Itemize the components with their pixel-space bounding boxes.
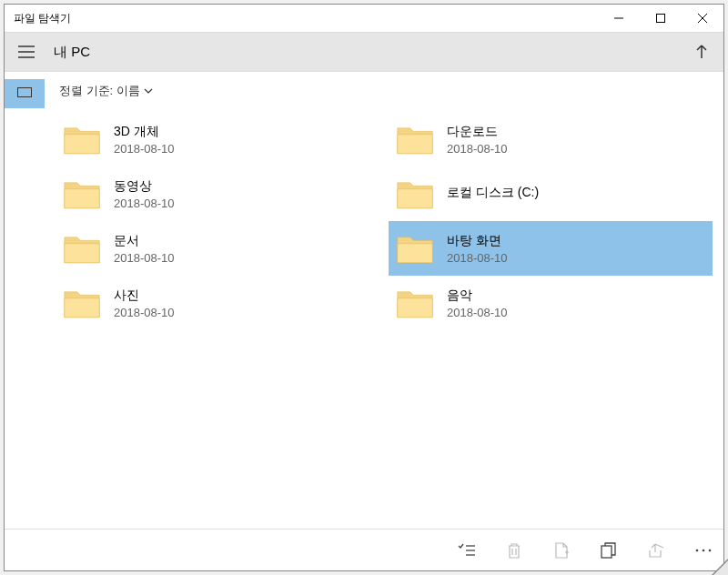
folder-icon <box>396 284 434 322</box>
side-strip <box>5 72 45 529</box>
folder-info: 음악 2018-08-10 <box>447 288 508 319</box>
copy-button[interactable] <box>598 540 620 561</box>
svg-point-14 <box>709 549 712 551</box>
folder-icon <box>396 229 434 267</box>
side-item-thispc[interactable] <box>5 79 45 108</box>
folder-info: 로컬 디스크 (C:) <box>447 185 539 203</box>
folder-grid: 3D 개체 2018-08-10 다운로드 2018-08-10 동영상 201… <box>56 112 713 330</box>
main-area: 정렬 기준: 이름 3D 개체 2018-08-10 다운로드 2018-08-… <box>5 72 723 529</box>
folder-name: 동영상 <box>114 178 175 195</box>
folder-item[interactable]: 음악 2018-08-10 <box>389 276 713 330</box>
folder-date: 2018-08-10 <box>114 306 175 319</box>
folder-icon <box>63 284 101 322</box>
checklist-icon <box>458 543 476 558</box>
svg-rect-11 <box>602 546 612 558</box>
copy-icon <box>601 542 617 559</box>
sort-selector[interactable]: 정렬 기준: 이름 <box>56 83 713 99</box>
folder-name: 다운로드 <box>447 124 508 140</box>
up-button[interactable] <box>680 32 723 72</box>
folder-date: 2018-08-10 <box>114 142 175 156</box>
folder-name: 사진 <box>114 288 175 304</box>
trash-icon <box>507 542 521 559</box>
folder-date: 2018-08-10 <box>447 251 508 265</box>
share-button[interactable] <box>645 540 667 561</box>
content-pane: 정렬 기준: 이름 3D 개체 2018-08-10 다운로드 2018-08-… <box>45 72 723 529</box>
bottom-toolbar <box>5 529 723 570</box>
folder-icon <box>396 175 434 213</box>
folder-name: 바탕 화면 <box>447 233 508 249</box>
new-folder-button[interactable] <box>551 540 572 561</box>
folder-item[interactable]: 바탕 화면 2018-08-10 <box>389 221 713 276</box>
folder-info: 바탕 화면 2018-08-10 <box>447 233 508 265</box>
more-button[interactable] <box>693 540 714 561</box>
folder-date: 2018-08-10 <box>447 306 508 319</box>
up-arrow-icon <box>695 45 708 59</box>
location-bar: 내 PC <box>5 32 723 72</box>
chevron-down-icon <box>144 88 153 94</box>
folder-name: 로컬 디스크 (C:) <box>447 185 539 201</box>
page-curl <box>712 559 728 575</box>
window-controls <box>598 5 723 32</box>
folder-info: 3D 개체 2018-08-10 <box>114 124 175 156</box>
svg-rect-1 <box>657 15 665 23</box>
sort-label-prefix: 정렬 기준: <box>59 83 113 99</box>
titlebar: 파일 탐색기 <box>5 5 723 32</box>
folder-item[interactable]: 다운로드 2018-08-10 <box>389 112 713 166</box>
folder-name: 문서 <box>114 233 175 249</box>
close-button[interactable] <box>682 5 723 32</box>
new-file-icon <box>554 542 569 559</box>
window-title: 파일 탐색기 <box>5 11 598 26</box>
svg-point-12 <box>696 549 699 551</box>
folder-icon <box>63 175 101 213</box>
rectangle-icon <box>17 87 32 100</box>
folder-info: 다운로드 2018-08-10 <box>447 124 508 156</box>
location-path[interactable]: 내 PC <box>48 44 680 61</box>
folder-icon <box>63 229 101 267</box>
folder-item[interactable]: 문서 2018-08-10 <box>56 221 379 276</box>
folder-info: 문서 2018-08-10 <box>114 233 175 265</box>
sort-value: 이름 <box>116 83 140 99</box>
folder-item[interactable]: 사진 2018-08-10 <box>56 276 379 330</box>
select-all-button[interactable] <box>456 540 478 561</box>
folder-info: 동영상 2018-08-10 <box>114 178 175 210</box>
folder-name: 3D 개체 <box>114 124 175 140</box>
svg-point-13 <box>703 549 705 551</box>
folder-item[interactable]: 로컬 디스크 (C:) <box>389 166 713 221</box>
minimize-button[interactable] <box>598 5 640 32</box>
folder-item[interactable]: 3D 개체 2018-08-10 <box>56 112 379 166</box>
file-explorer-window: 파일 탐색기 내 PC <box>4 4 724 571</box>
folder-date: 2018-08-10 <box>447 142 508 156</box>
folder-date: 2018-08-10 <box>114 251 175 265</box>
folder-item[interactable]: 동영상 2018-08-10 <box>56 166 379 221</box>
maximize-button[interactable] <box>640 5 682 32</box>
hamburger-icon <box>18 45 35 58</box>
folder-date: 2018-08-10 <box>114 197 175 210</box>
delete-button[interactable] <box>503 540 525 561</box>
ellipsis-icon <box>695 549 712 552</box>
menu-button[interactable] <box>5 32 48 72</box>
folder-name: 음악 <box>447 288 508 304</box>
svg-rect-7 <box>18 88 32 97</box>
share-icon <box>648 543 664 558</box>
folder-info: 사진 2018-08-10 <box>114 288 175 319</box>
folder-icon <box>396 120 434 158</box>
folder-icon <box>63 120 101 158</box>
